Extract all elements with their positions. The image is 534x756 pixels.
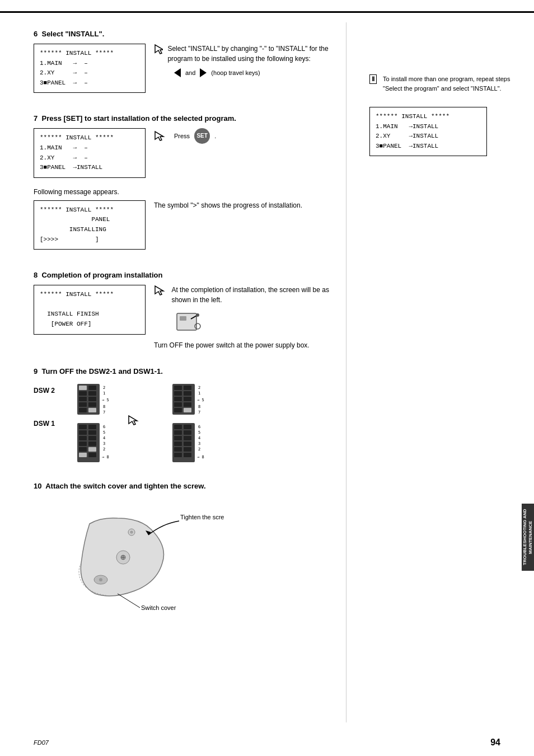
r-lcd-3: 2.XY →INSTALL	[376, 132, 481, 142]
prog-lcd-1: ****** INSTALL *****	[40, 205, 139, 215]
footer-code: FD07	[34, 739, 49, 746]
svg-text:Tighten the screw.: Tighten the screw.	[180, 514, 224, 520]
svg-text:8: 8	[103, 405, 105, 409]
svg-rect-61	[174, 425, 182, 429]
svg-marker-43	[129, 416, 137, 425]
svg-rect-28	[88, 430, 96, 435]
svg-rect-31	[79, 442, 87, 446]
section-6-title: Select "INSTALL".	[41, 30, 104, 38]
comp-lcd-4: [POWER OFF]	[40, 320, 139, 330]
svg-text:4: 4	[198, 436, 200, 440]
period: .	[214, 133, 216, 139]
svg-rect-29	[79, 436, 87, 440]
svg-rect-52	[184, 402, 191, 407]
section-8-number: 8	[34, 271, 38, 279]
r-lcd-4: 3■PANEL →INSTALL	[376, 142, 481, 152]
section-7-progress-row: ****** INSTALL ***** PANEL INSTALLING [>…	[34, 200, 347, 254]
hoop-left-arrow	[174, 68, 181, 77]
page: TROUBLESHOOTING AND MAINTENANCE 6 Select…	[0, 0, 534, 756]
svg-rect-30	[88, 436, 96, 440]
section-7-note: Ⅱ To install more than one program, repe…	[369, 74, 517, 161]
section-10-header: 10 Attach the switch cover and tighten t…	[34, 482, 347, 490]
svg-text:4: 4	[103, 436, 105, 440]
dsw-diagram: DSW 2 DSW 1	[34, 381, 347, 465]
cursor-icon-6	[154, 44, 163, 55]
cursor-icon-dsw	[128, 415, 150, 431]
svg-rect-48	[184, 391, 191, 396]
svg-rect-34	[88, 447, 96, 452]
hoop-and: and	[185, 69, 195, 76]
r-lcd-1: ****** INSTALL *****	[376, 112, 481, 122]
svg-text:2: 2	[103, 447, 105, 452]
svg-rect-53	[174, 408, 182, 412]
svg-rect-33	[79, 447, 87, 452]
svg-text:7: 7	[103, 410, 105, 415]
section-6-lcd: ****** INSTALL ***** 1.MAIN → – 2.XY → –…	[34, 44, 146, 93]
svg-rect-47	[174, 391, 182, 396]
hoop-right-arrow	[200, 68, 207, 77]
dsw-before: 2 1 → 5 8 7	[72, 381, 111, 465]
press-label: Press	[174, 133, 190, 139]
section-7-number: 7	[34, 114, 38, 123]
svg-text:5: 5	[198, 430, 200, 435]
svg-rect-64	[184, 430, 191, 435]
lcd-line-3: 2.XY → –	[40, 68, 139, 78]
section-6-desc-block: Select "INSTALL" by changing "-" to "INS…	[154, 44, 347, 77]
dsw-before-diagram: 2 1 → 5 8 7	[72, 381, 111, 465]
svg-point-6	[196, 313, 199, 317]
section-7-press-block: Press SET .	[154, 128, 216, 144]
svg-marker-0	[155, 45, 163, 54]
progress-desc: The symbol ">" shows the progress of ins…	[154, 200, 347, 210]
set-button: SET	[194, 128, 210, 144]
section-8-header: 8 Completion of program installation	[34, 271, 347, 279]
lcd-line-4: 3■PANEL → –	[40, 78, 139, 88]
svg-text:8: 8	[198, 405, 200, 409]
svg-rect-18	[88, 408, 96, 412]
lcd-line-2: 1.MAIN → –	[40, 59, 139, 69]
comp-lcd-2	[40, 300, 139, 310]
svg-rect-15	[79, 402, 87, 407]
section-9-header: 9 Turn OFF the DSW2-1 and DSW1-1.	[34, 367, 347, 375]
svg-rect-16	[88, 402, 96, 407]
svg-rect-17	[79, 408, 87, 412]
section-10-title: Attach the switch cover and tighten the …	[45, 482, 205, 490]
svg-rect-9	[79, 386, 87, 390]
svg-text:→ 8: → 8	[197, 455, 204, 459]
svg-rect-10	[88, 386, 96, 390]
svg-rect-71	[174, 453, 182, 457]
svg-rect-62	[184, 425, 191, 429]
svg-text:5: 5	[103, 430, 105, 435]
svg-text:→ 5: → 5	[102, 398, 109, 402]
svg-rect-67	[174, 442, 182, 446]
power-desc: Turn OFF the power switch at the power s…	[154, 340, 347, 350]
svg-rect-27	[79, 430, 87, 435]
hoop-keys-label: (hoop travel keys)	[211, 69, 260, 76]
switch-cover-illustration: Tighten the screw. Switch cover	[45, 496, 224, 613]
section-6-header: 6 Select "INSTALL".	[34, 30, 347, 38]
section-7-progress-lcd: ****** INSTALL ***** PANEL INSTALLING [>…	[34, 200, 146, 250]
dsw1-label: DSW 1	[34, 420, 55, 428]
svg-rect-3	[177, 313, 196, 330]
svg-rect-46	[184, 386, 191, 390]
footer-page: 94	[490, 738, 500, 748]
svg-rect-69	[174, 447, 182, 452]
svg-point-88	[99, 578, 102, 581]
section-8-lcd: ****** INSTALL ***** INSTALL FINISH [POW…	[34, 285, 146, 334]
section-8-title: Completion of program installation	[41, 271, 162, 279]
svg-text:→ 5: → 5	[197, 398, 204, 402]
s7-lcd-line-3: 2.XY → –	[40, 153, 139, 163]
svg-text:7: 7	[198, 410, 200, 415]
comp-lcd-3: INSTALL FINISH	[40, 309, 139, 320]
section-7: 7 Press [SET] to start installation of t…	[34, 114, 347, 254]
lcd-line-1: ****** INSTALL *****	[40, 49, 139, 59]
power-switch-row	[174, 311, 347, 336]
section-6-desc: Select "INSTALL" by changing "-" to "INS…	[167, 44, 347, 64]
svg-text:2: 2	[198, 386, 200, 390]
dsw-after-diagram: 2 1 → 5 8 7	[167, 381, 206, 465]
svg-text:3: 3	[103, 442, 105, 446]
svg-rect-72	[184, 453, 191, 457]
section-10-number: 10	[34, 482, 41, 490]
svg-marker-1	[155, 132, 163, 140]
svg-line-89	[118, 594, 140, 608]
r-lcd-2: 1.MAIN →INSTALL	[376, 122, 481, 132]
